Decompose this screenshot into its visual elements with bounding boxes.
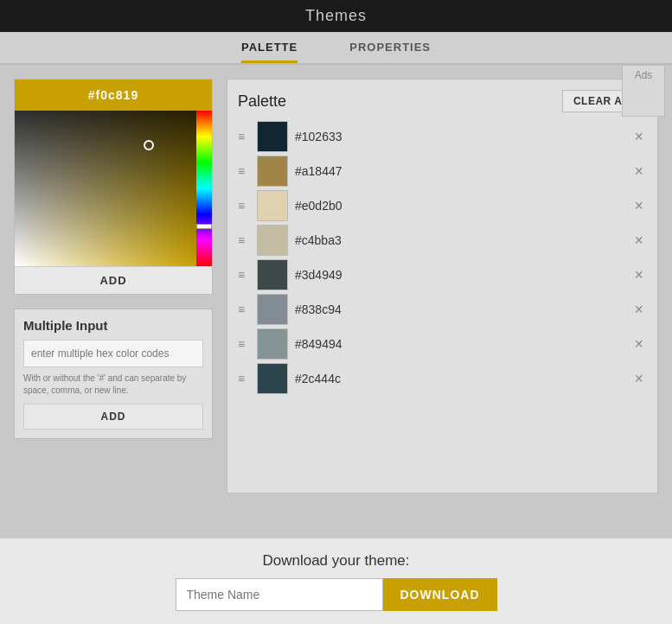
palette-list: ≡ #102633 × ≡ #a18447 × ≡ #e0d2b0 × ≡ #c… <box>238 121 647 394</box>
header-title: Themes <box>305 7 367 24</box>
remove-color-button[interactable]: × <box>630 266 647 284</box>
color-hex-label: #2c444c <box>295 372 630 385</box>
palette-item: ≡ #838c94 × <box>238 294 647 325</box>
multiple-input-section: Multiple Input With or without the '#' a… <box>14 309 213 439</box>
gradient-box[interactable] <box>15 111 196 266</box>
palette-panel: Palette CLEAR ALL ≡ #102633 × ≡ #a18447 … <box>227 79 658 493</box>
ads-label: Ads <box>635 69 653 81</box>
multiple-input-add-button[interactable]: ADD <box>23 404 203 430</box>
palette-item: ≡ #3d4949 × <box>238 259 647 290</box>
remove-color-button[interactable]: × <box>630 162 647 181</box>
drag-handle-icon[interactable]: ≡ <box>238 233 252 247</box>
color-swatch[interactable] <box>257 328 288 360</box>
left-panel: #f0c819 ADD Multiple Input With or witho… <box>14 79 213 493</box>
tab-palette[interactable]: PALETTE <box>241 41 298 63</box>
color-hex-label: #3d4949 <box>295 268 630 282</box>
theme-name-input[interactable] <box>176 578 383 611</box>
multiple-input-field[interactable] <box>23 340 203 367</box>
drag-handle-icon[interactable]: ≡ <box>238 164 252 178</box>
gradient-inner <box>15 111 196 266</box>
remove-color-button[interactable]: × <box>630 301 647 319</box>
app-header: Themes <box>0 0 672 32</box>
color-hex-label: #838c94 <box>295 302 630 316</box>
color-hex-label: #849494 <box>295 337 630 351</box>
color-swatch[interactable] <box>257 156 288 187</box>
color-picker-box: #f0c819 ADD <box>14 79 213 295</box>
palette-title: Palette <box>238 92 286 111</box>
multiple-input-title: Multiple Input <box>23 318 203 333</box>
palette-item: ≡ #2c444c × <box>238 363 647 394</box>
drag-handle-icon[interactable]: ≡ <box>238 302 252 316</box>
download-section: Download your theme: DOWNLOAD <box>0 538 672 624</box>
palette-header: Palette CLEAR ALL <box>238 90 647 112</box>
palette-item: ≡ #a18447 × <box>238 156 647 187</box>
hex-display: #f0c819 <box>15 80 212 111</box>
add-color-button[interactable]: ADD <box>15 266 212 294</box>
palette-item: ≡ #849494 × <box>238 328 647 360</box>
drag-handle-icon[interactable]: ≡ <box>238 337 252 351</box>
remove-color-button[interactable]: × <box>630 128 647 146</box>
hue-slider-thumb <box>196 224 212 229</box>
tab-bar: PALETTE PROPERTIES <box>0 32 672 65</box>
color-swatch[interactable] <box>257 259 288 290</box>
ads-box: Ads <box>622 65 665 117</box>
color-hex-label: #e0d2b0 <box>295 199 630 213</box>
remove-color-button[interactable]: × <box>630 370 647 388</box>
palette-item: ≡ #102633 × <box>238 121 647 152</box>
download-button[interactable]: DOWNLOAD <box>383 578 497 611</box>
download-row: DOWNLOAD <box>176 578 497 611</box>
palette-item: ≡ #c4bba3 × <box>238 225 647 256</box>
color-swatch[interactable] <box>257 121 288 152</box>
color-hex-label: #c4bba3 <box>295 233 630 247</box>
color-swatch[interactable] <box>257 225 288 256</box>
drag-handle-icon[interactable]: ≡ <box>238 130 252 143</box>
color-hex-label: #102633 <box>295 130 630 143</box>
hue-slider[interactable] <box>196 111 212 266</box>
drag-handle-icon[interactable]: ≡ <box>238 268 252 282</box>
gradient-cursor <box>144 140 154 150</box>
color-swatch[interactable] <box>257 363 288 394</box>
color-swatch[interactable] <box>257 190 288 221</box>
palette-item: ≡ #e0d2b0 × <box>238 190 647 221</box>
drag-handle-icon[interactable]: ≡ <box>238 199 252 213</box>
download-title: Download your theme: <box>262 552 409 570</box>
color-hex-label: #a18447 <box>295 164 630 178</box>
tab-properties[interactable]: PROPERTIES <box>349 41 431 63</box>
color-picker-area[interactable] <box>15 111 212 266</box>
multiple-input-hint: With or without the '#' and can separate… <box>23 372 203 397</box>
remove-color-button[interactable]: × <box>630 197 647 215</box>
color-swatch[interactable] <box>257 294 288 325</box>
remove-color-button[interactable]: × <box>630 335 647 353</box>
drag-handle-icon[interactable]: ≡ <box>238 372 252 385</box>
main-content: #f0c819 ADD Multiple Input With or witho… <box>0 65 672 507</box>
remove-color-button[interactable]: × <box>630 232 647 250</box>
